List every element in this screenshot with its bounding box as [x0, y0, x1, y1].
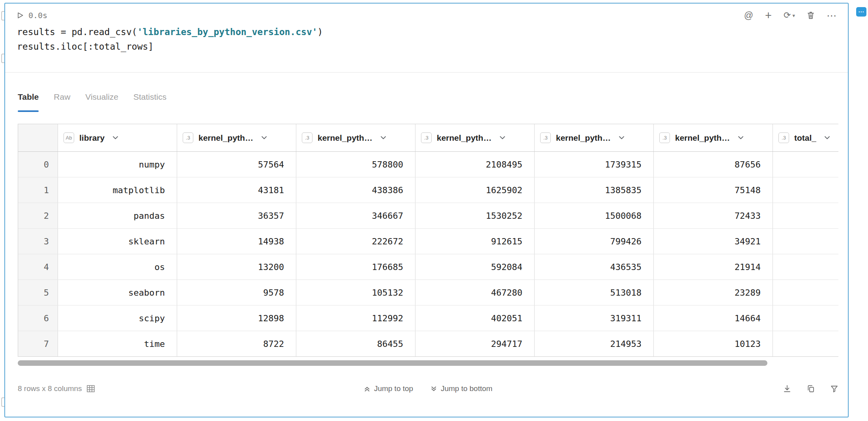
- more-actions-icon[interactable]: ⋯: [827, 11, 837, 20]
- table-header-row: Ablibrary.3kernel_pyth….3kernel_pyth….3k…: [18, 124, 838, 152]
- table-cell[interactable]: 319311: [535, 306, 654, 331]
- column-header-kernel-pyth-[interactable]: .3kernel_pyth…: [415, 124, 535, 151]
- chevron-down-icon[interactable]: [261, 136, 267, 140]
- table-cell[interactable]: 10123: [654, 331, 773, 356]
- table-cell[interactable]: 14938: [177, 229, 296, 254]
- table-cell[interactable]: [773, 280, 838, 305]
- table-cell[interactable]: 72433: [654, 203, 773, 228]
- table-cell[interactable]: 1500068: [535, 203, 654, 228]
- table-cell[interactable]: [773, 152, 838, 177]
- table-cell[interactable]: 12898: [177, 306, 296, 331]
- decimal-type-icon: .3: [659, 132, 670, 143]
- tab-visualize[interactable]: Visualize: [85, 92, 118, 112]
- table-cell[interactable]: [773, 229, 838, 254]
- table-cell[interactable]: 176685: [296, 254, 415, 279]
- table-cell[interactable]: 1385835: [535, 177, 654, 203]
- table-cell[interactable]: 8722: [177, 331, 296, 356]
- run-cell-icon[interactable]: [17, 12, 24, 19]
- table-cell[interactable]: 402051: [415, 306, 535, 331]
- table-cell[interactable]: 799426: [535, 229, 654, 254]
- table-cell[interactable]: [773, 306, 838, 331]
- column-label: total_: [794, 133, 816, 143]
- tab-raw[interactable]: Raw: [54, 92, 70, 112]
- table-cell[interactable]: 105132: [296, 280, 415, 305]
- data-table: Ablibrary.3kernel_pyth….3kernel_pyth….3k…: [18, 124, 838, 357]
- column-header-kernel-pyth-[interactable]: .3kernel_pyth…: [535, 124, 654, 151]
- chevron-down-icon[interactable]: [499, 136, 505, 140]
- column-header-library[interactable]: Ablibrary: [58, 124, 177, 151]
- table-cell[interactable]: 43181: [177, 177, 296, 203]
- add-cell-icon[interactable]: +: [765, 10, 772, 21]
- table-cell[interactable]: pandas: [58, 203, 177, 228]
- table-cell[interactable]: 1625902: [415, 177, 535, 203]
- chevron-down-icon[interactable]: [738, 136, 744, 140]
- table-cell[interactable]: 438386: [296, 177, 415, 203]
- column-label: kernel_pyth…: [556, 133, 611, 143]
- table-cell[interactable]: 1739315: [535, 152, 654, 177]
- copy-icon[interactable]: [806, 384, 815, 393]
- comment-icon[interactable]: ⋯: [856, 7, 866, 17]
- table-body: 0numpy5756457880021084951739315876561mat…: [18, 152, 838, 357]
- table-cell[interactable]: 222672: [296, 229, 415, 254]
- table-cell[interactable]: [773, 331, 838, 356]
- table-cell[interactable]: 912615: [415, 229, 535, 254]
- table-cell[interactable]: 578800: [296, 152, 415, 177]
- tab-statistics[interactable]: Statistics: [133, 92, 166, 112]
- chevron-down-icon[interactable]: [112, 136, 118, 140]
- table-cell[interactable]: [773, 177, 838, 203]
- table-cell[interactable]: 14664: [654, 306, 773, 331]
- scrollbar-thumb[interactable]: [18, 360, 767, 366]
- table-cell[interactable]: 75148: [654, 177, 773, 203]
- table-cell[interactable]: 592084: [415, 254, 535, 279]
- mention-icon[interactable]: @: [744, 11, 753, 20]
- column-header-kernel-pyth-[interactable]: .3kernel_pyth…: [296, 124, 415, 151]
- chevron-down-icon[interactable]: [380, 136, 386, 140]
- table-cell[interactable]: 112992: [296, 306, 415, 331]
- table-cell[interactable]: 34921: [654, 229, 773, 254]
- code-line[interactable]: results.iloc[:total_rows]: [17, 39, 837, 54]
- code-editor[interactable]: results = pd.read_csv('libraries_by_pyth…: [17, 25, 837, 54]
- notebook-cell: 0.0s @ + ⟳▾ ⋯ results = pd.read_csv('lib…: [4, 3, 849, 417]
- table-cell[interactable]: [773, 203, 838, 228]
- table-cell[interactable]: matplotlib: [58, 177, 177, 203]
- table-cell[interactable]: [773, 254, 838, 279]
- table-cell[interactable]: sklearn: [58, 229, 177, 254]
- table-cell[interactable]: 214953: [535, 331, 654, 356]
- table-cell[interactable]: 294717: [415, 331, 535, 356]
- row-index: 7: [18, 331, 58, 356]
- table-footer: 8 rows x 8 columns Jump to top Jump to b: [18, 382, 838, 396]
- column-header-kernel-pyth-[interactable]: .3kernel_pyth…: [654, 124, 773, 151]
- table-cell[interactable]: 36357: [177, 203, 296, 228]
- column-header-kernel-pyth-[interactable]: .3kernel_pyth…: [177, 124, 296, 151]
- table-cell[interactable]: 21914: [654, 254, 773, 279]
- chevron-down-icon[interactable]: [824, 136, 830, 140]
- table-cell[interactable]: 23289: [654, 280, 773, 305]
- delete-cell-icon[interactable]: [807, 11, 815, 20]
- table-cell[interactable]: 346667: [296, 203, 415, 228]
- table-cell[interactable]: 9578: [177, 280, 296, 305]
- column-header-total-[interactable]: .3total_: [773, 124, 838, 151]
- jump-to-bottom-button[interactable]: Jump to bottom: [430, 384, 492, 393]
- table-cell[interactable]: time: [58, 331, 177, 356]
- tab-table[interactable]: Table: [18, 92, 39, 112]
- jump-to-top-button[interactable]: Jump to top: [364, 384, 413, 393]
- table-cell[interactable]: os: [58, 254, 177, 279]
- table-cell[interactable]: 2108495: [415, 152, 535, 177]
- table-cell[interactable]: numpy: [58, 152, 177, 177]
- filter-icon[interactable]: [830, 385, 838, 393]
- table-cell[interactable]: scipy: [58, 306, 177, 331]
- table-cell[interactable]: 87656: [654, 152, 773, 177]
- download-icon[interactable]: [783, 384, 791, 393]
- table-cell[interactable]: 86455: [296, 331, 415, 356]
- table-cell[interactable]: 57564: [177, 152, 296, 177]
- table-cell[interactable]: 1530252: [415, 203, 535, 228]
- table-cell[interactable]: seaborn: [58, 280, 177, 305]
- table-cell[interactable]: 436535: [535, 254, 654, 279]
- table-cell[interactable]: 513018: [535, 280, 654, 305]
- table-grid-icon[interactable]: [87, 385, 95, 392]
- code-line[interactable]: results = pd.read_csv('libraries_by_pyth…: [17, 25, 837, 39]
- run-options-icon[interactable]: ⟳▾: [784, 11, 795, 20]
- table-cell[interactable]: 467280: [415, 280, 535, 305]
- table-cell[interactable]: 13200: [177, 254, 296, 279]
- chevron-down-icon[interactable]: [619, 136, 625, 140]
